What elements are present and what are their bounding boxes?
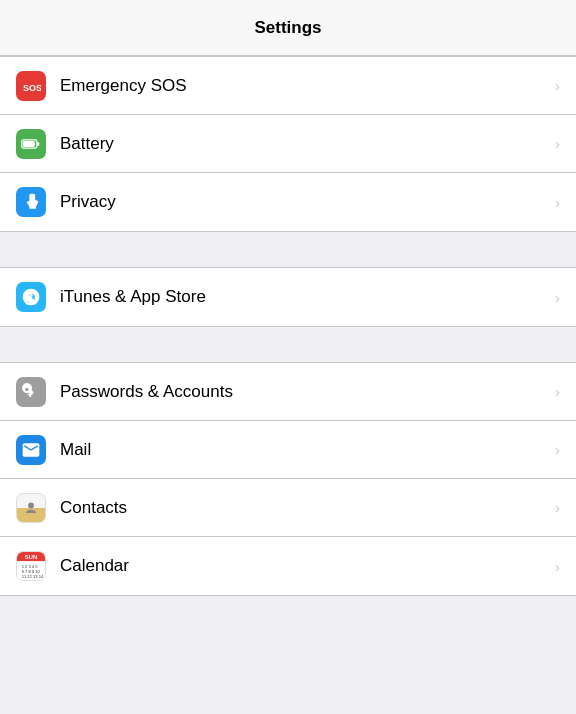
- section-group-2: A iTunes & App Store ›: [0, 267, 576, 327]
- chevron-icon: ›: [555, 77, 560, 94]
- calendar-icon-bg: SUN 1 2 3 4 5 6 7 8 9 10 11 12 13 14: [16, 551, 46, 581]
- chevron-icon: ›: [555, 499, 560, 516]
- battery-label: Battery: [60, 134, 549, 154]
- mail-icon-bg: [16, 435, 46, 465]
- battery-icon-bg: [16, 129, 46, 159]
- settings-header: Settings: [0, 0, 576, 56]
- svg-text:A: A: [26, 292, 33, 302]
- svg-rect-2: [37, 142, 40, 145]
- list-item-mail[interactable]: Mail ›: [0, 421, 576, 479]
- svg-text:SOS: SOS: [23, 83, 41, 93]
- section-group-3: Passwords & Accounts › Mail › Contacts ›: [0, 362, 576, 596]
- contacts-icon-bg: [16, 493, 46, 523]
- page-title: Settings: [254, 18, 321, 38]
- spacer-2: [0, 327, 576, 362]
- list-item-calendar[interactable]: SUN 1 2 3 4 5 6 7 8 9 10 11 12 13 14 Cal…: [0, 537, 576, 595]
- appstore-icon-bg: A: [16, 282, 46, 312]
- chevron-icon: ›: [555, 289, 560, 306]
- list-item-passwords[interactable]: Passwords & Accounts ›: [0, 363, 576, 421]
- passwords-label: Passwords & Accounts: [60, 382, 549, 402]
- contacts-label: Contacts: [60, 498, 549, 518]
- chevron-icon: ›: [555, 135, 560, 152]
- list-item-battery[interactable]: Battery ›: [0, 115, 576, 173]
- emergency-sos-label: Emergency SOS: [60, 76, 549, 96]
- list-item-emergency-sos[interactable]: SOS Emergency SOS ›: [0, 57, 576, 115]
- section-group-1: SOS Emergency SOS › Battery ›: [0, 56, 576, 232]
- mail-label: Mail: [60, 440, 549, 460]
- chevron-icon: ›: [555, 383, 560, 400]
- chevron-icon: ›: [555, 441, 560, 458]
- privacy-icon-bg: [16, 187, 46, 217]
- emergency-sos-icon: SOS: [16, 71, 46, 101]
- spacer-1: [0, 232, 576, 267]
- itunes-label: iTunes & App Store: [60, 287, 549, 307]
- privacy-label: Privacy: [60, 192, 549, 212]
- list-item-contacts[interactable]: Contacts ›: [0, 479, 576, 537]
- chevron-icon: ›: [555, 194, 560, 211]
- calendar-label: Calendar: [60, 556, 549, 576]
- svg-rect-3: [23, 141, 35, 147]
- list-item-privacy[interactable]: Privacy ›: [0, 173, 576, 231]
- list-item-itunes[interactable]: A iTunes & App Store ›: [0, 268, 576, 326]
- svg-text:SUN: SUN: [25, 554, 37, 560]
- chevron-icon: ›: [555, 558, 560, 575]
- svg-text:11 12 13 14: 11 12 13 14: [22, 574, 44, 579]
- svg-point-7: [28, 502, 34, 508]
- passwords-icon-bg: [16, 377, 46, 407]
